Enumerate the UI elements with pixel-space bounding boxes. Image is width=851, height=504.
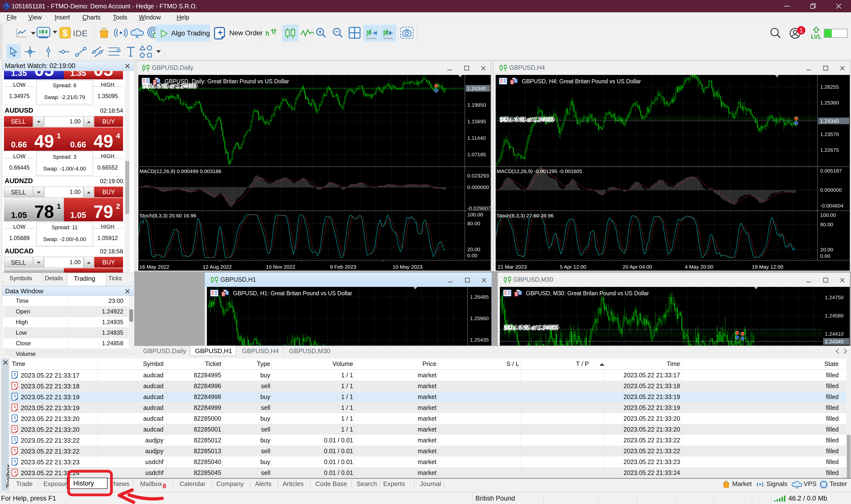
svg-text:80.00: 80.00 xyxy=(820,221,833,227)
svg-text:1.15695: 1.15695 xyxy=(467,119,486,124)
svg-text:Stoch(8,3,3) 27.60 39.96: Stoch(8,3,3) 27.60 39.96 xyxy=(497,213,554,218)
svg-text:0.000000: 0.000000 xyxy=(820,187,842,193)
svg-text:1.24340: 1.24340 xyxy=(825,339,844,344)
svg-text:1.25360: 1.25360 xyxy=(820,100,839,106)
svg-text:0.00: 0.00 xyxy=(820,253,830,259)
svg-text:10 Nov 2022: 10 Nov 2022 xyxy=(266,264,295,270)
svg-text:9 Feb 2023: 9 Feb 2023 xyxy=(330,264,356,270)
svg-text:20 Apr 04:00: 20 Apr 04:00 xyxy=(623,264,652,270)
svg-text:1.24750: 1.24750 xyxy=(825,294,844,300)
svg-text:1.22675: 1.22675 xyxy=(820,147,839,153)
svg-text:GBPUSD, H1: Great Britan Poun: GBPUSD, H1: Great Britan Pound vs US Dol… xyxy=(233,290,352,296)
svg-text:12 Aug 2022: 12 Aug 2022 xyxy=(203,264,232,270)
svg-text:-0.029607: -0.029607 xyxy=(467,205,491,211)
svg-text:100.00: 100.00 xyxy=(820,212,836,218)
svg-text:20.00: 20.00 xyxy=(820,247,833,252)
svg-text:1.11440: 1.11440 xyxy=(467,135,485,141)
svg-text:GBPUSD, M30: Great Britan Pou: GBPUSD, M30: Great Britan Pound vs US Do… xyxy=(526,290,649,296)
svg-text:SELL 0.01 at 1.24385: SELL 0.01 at 1.24385 xyxy=(503,325,558,331)
svg-text:1.25960: 1.25960 xyxy=(470,316,489,321)
svg-text:1.25435: 1.25435 xyxy=(470,337,489,343)
svg-text:1.24340: 1.24340 xyxy=(467,86,486,91)
svg-text:1.24580: 1.24580 xyxy=(825,313,844,319)
svg-text:10 May 2023: 10 May 2023 xyxy=(393,264,422,270)
svg-text:19 May 12:00: 19 May 12:00 xyxy=(752,264,783,270)
svg-text:1.24410: 1.24410 xyxy=(825,331,844,337)
svg-text:MACD(12,26,9) -0.001295 -0.001: MACD(12,26,9) -0.001295 -0.001605 xyxy=(497,168,582,174)
svg-text:MACD(12,26,9) 0.000499 0.00318: MACD(12,26,9) 0.000499 0.003186 xyxy=(139,168,221,174)
svg-text:100.00: 100.00 xyxy=(467,212,483,217)
svg-text:1: 1 xyxy=(799,27,803,34)
svg-text:1.24340: 1.24340 xyxy=(820,118,839,124)
svg-text:80.00: 80.00 xyxy=(467,220,480,226)
svg-text:SELL 0.01 at 1.24385: SELL 0.01 at 1.24385 xyxy=(499,117,554,124)
svg-text:1.19950: 1.19950 xyxy=(467,102,486,108)
svg-text:-0.004604: -0.004604 xyxy=(820,203,844,209)
svg-text:Stoch(8,3,3) 20.60 16.96: Stoch(8,3,3) 20.60 16.96 xyxy=(139,213,196,218)
svg-text:LVL: LVL xyxy=(811,33,822,40)
svg-text:21 Mar 2023: 21 Mar 2023 xyxy=(498,264,527,270)
svg-text:1.07185: 1.07185 xyxy=(467,151,486,157)
svg-text:1.26255: 1.26255 xyxy=(820,84,839,90)
svg-text:$: $ xyxy=(63,28,68,38)
svg-text:0.000000: 0.000000 xyxy=(467,184,489,190)
svg-text:0.00: 0.00 xyxy=(467,253,477,258)
svg-text:4 May 20:00: 4 May 20:00 xyxy=(685,264,713,270)
svg-text:SELL 0.01 at 1.24385: SELL 0.01 at 1.24385 xyxy=(142,84,197,90)
svg-text:5 Apr 12:00: 5 Apr 12:00 xyxy=(560,264,586,270)
svg-text:16 May 2022: 16 May 2022 xyxy=(139,264,169,270)
svg-text:1.26485: 1.26485 xyxy=(470,294,489,300)
svg-text:0.023293: 0.023293 xyxy=(467,173,489,178)
svg-text:20.00: 20.00 xyxy=(467,247,480,252)
svg-text:0.005187: 0.005187 xyxy=(820,168,842,174)
svg-text:GBPUSD, H4: Great Britan Poun: GBPUSD, H4: Great Britan Pound vs US Dol… xyxy=(522,78,641,85)
svg-text:1.23570: 1.23570 xyxy=(820,131,839,137)
